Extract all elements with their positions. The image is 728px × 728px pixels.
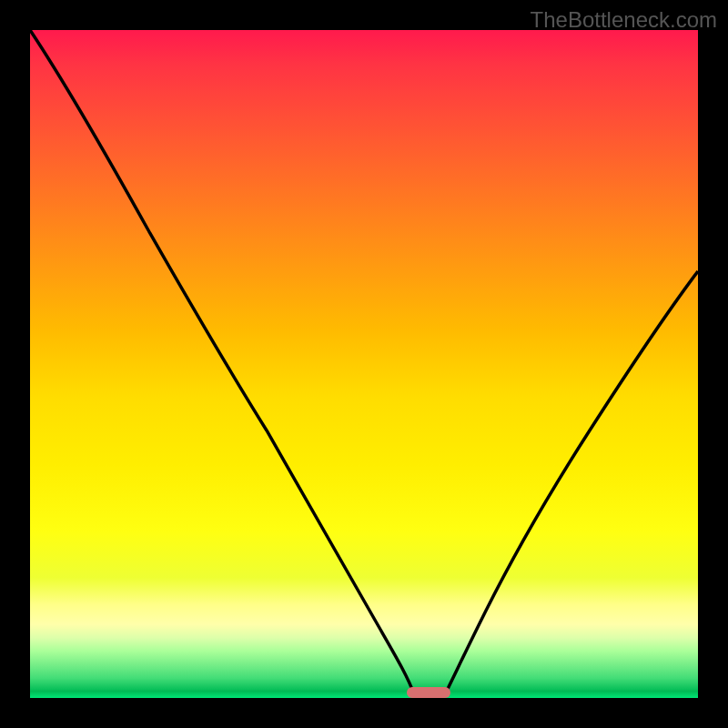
- chart-container: TheBottleneck.com: [0, 0, 728, 728]
- left-curve: [30, 30, 414, 694]
- plot-area: [30, 30, 698, 698]
- bottleneck-marker: [407, 687, 450, 698]
- watermark-text: TheBottleneck.com: [531, 7, 717, 33]
- right-curve: [445, 271, 698, 694]
- curves-svg: [30, 30, 698, 698]
